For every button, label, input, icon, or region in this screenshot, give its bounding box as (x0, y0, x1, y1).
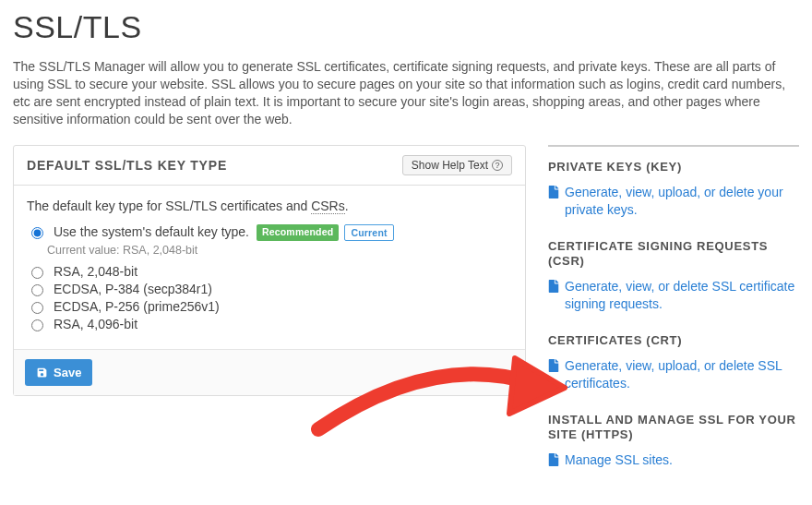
file-icon (548, 453, 559, 466)
link-text: Manage SSL sites. (565, 451, 799, 469)
file-icon (548, 359, 559, 372)
link-text: Generate, view, upload, or delete SSL ce… (565, 357, 799, 392)
option-label: RSA, 2,048-bit (54, 264, 137, 279)
option-label: ECDSA, P-384 (secp384r1) (54, 282, 212, 296)
sidebar-heading: INSTALL AND MANAGE SSL FOR YOUR SITE (HT… (548, 413, 799, 443)
radio-ecdsa-p384[interactable] (31, 284, 43, 296)
current-value-text: Current value: RSA, 2,048-bit (47, 244, 512, 257)
link-csr[interactable]: Generate, view, or delete SSL certificat… (548, 278, 799, 313)
radio-ecdsa-p256[interactable] (31, 302, 43, 314)
link-text: Generate, view, upload, or delete your p… (565, 184, 799, 219)
sidebar-section-csr: CERTIFICATE SIGNING REQUESTS (CSR) Gener… (548, 239, 799, 313)
key-option-rsa-2048[interactable]: RSA, 2,048-bit (27, 264, 512, 279)
sidebar-section-certificates: CERTIFICATES (CRT) Generate, view, uploa… (548, 333, 799, 392)
file-icon (548, 280, 559, 293)
key-option-ecdsa-p384[interactable]: ECDSA, P-384 (secp384r1) (27, 282, 512, 296)
file-icon (548, 186, 559, 198)
sidebar-section-private-keys: PRIVATE KEYS (KEY) Generate, view, uploa… (548, 160, 799, 219)
option-label: RSA, 4,096-bit (54, 317, 137, 331)
default-key-type-card: DEFAULT SSL/TLS KEY TYPE Show Help Text … (13, 145, 526, 396)
card-heading: DEFAULT SSL/TLS KEY TYPE (27, 158, 227, 173)
key-option-ecdsa-p256[interactable]: ECDSA, P-256 (prime256v1) (27, 299, 512, 314)
sidebar-heading: CERTIFICATE SIGNING REQUESTS (CSR) (548, 239, 799, 270)
radio-system-default[interactable] (31, 227, 43, 239)
link-private-keys[interactable]: Generate, view, upload, or delete your p… (548, 184, 799, 219)
sidebar-heading: PRIVATE KEYS (KEY) (548, 160, 799, 174)
sidebar-heading: CERTIFICATES (CRT) (548, 333, 799, 348)
current-badge: Current (344, 224, 393, 241)
link-text: Generate, view, or delete SSL certificat… (565, 278, 799, 313)
card-intro: The default key type for SSL/TLS certifi… (27, 198, 512, 213)
option-label: Use the system's default key type. (54, 224, 249, 239)
link-manage-ssl-sites[interactable]: Manage SSL sites. (548, 451, 799, 469)
option-label: ECDSA, P-256 (prime256v1) (54, 299, 220, 314)
radio-rsa-2048[interactable] (31, 267, 43, 279)
page-title: SSL/TLS (13, 9, 799, 45)
link-certificates[interactable]: Generate, view, upload, or delete SSL ce… (548, 357, 799, 392)
page-description: The SSL/TLS Manager will allow you to ge… (13, 58, 799, 128)
recommended-badge: Recommended (257, 224, 339, 241)
sidebar-section-install-ssl: INSTALL AND MANAGE SSL FOR YOUR SITE (HT… (548, 413, 799, 469)
save-button[interactable]: Save (25, 359, 92, 386)
save-button-label: Save (54, 366, 81, 379)
help-icon: ? (492, 160, 503, 171)
key-option-rsa-4096[interactable]: RSA, 4,096-bit (27, 317, 512, 331)
help-button-label: Show Help Text (412, 159, 488, 172)
key-option-system-default[interactable]: Use the system's default key type. Recom… (27, 224, 512, 241)
sidebar: PRIVATE KEYS (KEY) Generate, view, uploa… (548, 145, 799, 490)
show-help-text-button[interactable]: Show Help Text ? (402, 155, 512, 175)
radio-rsa-4096[interactable] (31, 319, 43, 331)
save-icon (36, 367, 48, 379)
csr-abbr: CSRs (311, 198, 345, 214)
